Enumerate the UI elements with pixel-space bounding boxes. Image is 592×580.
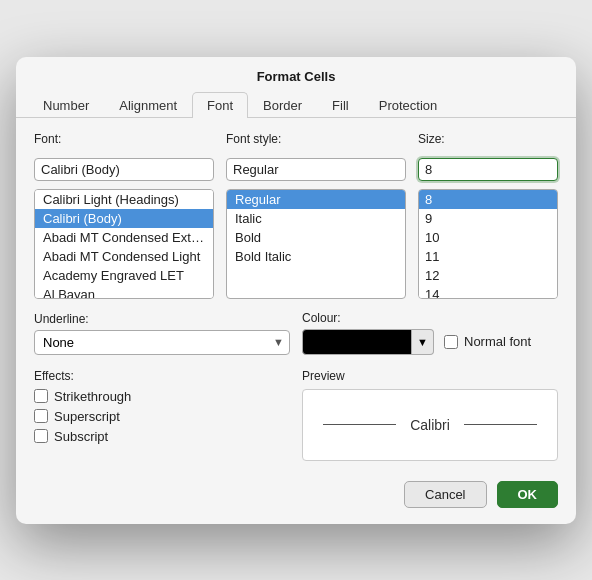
format-cells-dialog: Format Cells Number Alignment Font Borde…: [16, 57, 576, 524]
tab-border[interactable]: Border: [248, 92, 317, 118]
colour-label: Colour:: [302, 311, 558, 325]
colour-field: Colour: ▼ Normal font: [302, 311, 558, 355]
font-list-item[interactable]: Al Bayan: [35, 285, 213, 299]
preview-label: Preview: [302, 369, 558, 383]
dialog-buttons: Cancel OK: [16, 471, 576, 508]
underline-label: Underline:: [34, 312, 290, 326]
normal-font-label-text: Normal font: [464, 334, 531, 349]
font-style-list-item[interactable]: Italic: [227, 209, 405, 228]
colour-dropdown-button[interactable]: ▼: [412, 329, 434, 355]
preview-line-left: [323, 424, 396, 425]
dialog-title: Format Cells: [16, 57, 576, 84]
superscript-text: Superscript: [54, 409, 120, 424]
font-list-item[interactable]: Calibri Light (Headings): [35, 190, 213, 209]
cancel-button[interactable]: Cancel: [404, 481, 486, 508]
colour-swatch-select[interactable]: ▼: [302, 329, 434, 355]
subscript-text: Subscript: [54, 429, 108, 444]
font-style-list-item[interactable]: Regular: [227, 190, 405, 209]
size-list-item[interactable]: 11: [419, 247, 557, 266]
colour-swatch[interactable]: [302, 329, 412, 355]
tab-font-content: Font: Font style: Size: Calibri Light (H…: [16, 118, 576, 471]
font-list-item[interactable]: Academy Engraved LET: [35, 266, 213, 285]
font-input[interactable]: [34, 158, 214, 181]
superscript-label[interactable]: Superscript: [34, 409, 290, 424]
preview-section: Preview Calibri: [302, 369, 558, 461]
font-list[interactable]: Calibri Light (Headings) Calibri (Body) …: [34, 189, 214, 299]
size-list-item[interactable]: 8: [419, 190, 557, 209]
ok-button[interactable]: OK: [497, 481, 559, 508]
size-label: Size:: [418, 132, 558, 146]
tab-fill[interactable]: Fill: [317, 92, 364, 118]
font-label: Font:: [34, 132, 214, 146]
superscript-checkbox[interactable]: [34, 409, 48, 423]
tab-protection[interactable]: Protection: [364, 92, 453, 118]
underline-field: Underline: None ▼: [34, 312, 290, 355]
strikethrough-text: Strikethrough: [54, 389, 131, 404]
subscript-checkbox[interactable]: [34, 429, 48, 443]
strikethrough-label[interactable]: Strikethrough: [34, 389, 290, 404]
preview-text: Calibri: [406, 417, 454, 433]
size-list-item[interactable]: 9: [419, 209, 557, 228]
effects-preview-row: Effects: Strikethrough Superscript Subsc…: [34, 369, 558, 461]
font-style-list-item[interactable]: Bold Italic: [227, 247, 405, 266]
font-style-list-item[interactable]: Bold: [227, 228, 405, 247]
font-style-label: Font style:: [226, 132, 406, 146]
size-list[interactable]: 8 9 10 11 12 14: [418, 189, 558, 299]
field-labels-row: Font: Font style: Size:: [34, 132, 558, 150]
size-list-item[interactable]: 12: [419, 266, 557, 285]
size-list-item[interactable]: 14: [419, 285, 557, 299]
tabs-bar: Number Alignment Font Border Fill Protec…: [16, 84, 576, 118]
subscript-label[interactable]: Subscript: [34, 429, 290, 444]
colour-row: ▼ Normal font: [302, 329, 558, 355]
listboxes-row: Calibri Light (Headings) Calibri (Body) …: [34, 189, 558, 299]
underline-select[interactable]: None: [34, 330, 290, 355]
chevron-down-icon: ▼: [417, 336, 428, 348]
size-list-item[interactable]: 10: [419, 228, 557, 247]
font-list-item[interactable]: Abadi MT Condensed Light: [35, 247, 213, 266]
tab-font[interactable]: Font: [192, 92, 248, 118]
font-style-list[interactable]: Regular Italic Bold Bold Italic: [226, 189, 406, 299]
tab-alignment[interactable]: Alignment: [104, 92, 192, 118]
preview-line-right: [464, 424, 537, 425]
underline-select-wrapper: None ▼: [34, 330, 290, 355]
font-list-item[interactable]: Calibri (Body): [35, 209, 213, 228]
underline-colour-row: Underline: None ▼ Colour: ▼: [34, 311, 558, 355]
size-input[interactable]: [418, 158, 558, 181]
effects-label: Effects:: [34, 369, 290, 383]
inputs-row: [34, 158, 558, 181]
tab-number[interactable]: Number: [28, 92, 104, 118]
normal-font-checkbox-label[interactable]: Normal font: [444, 334, 531, 349]
effects-section: Effects: Strikethrough Superscript Subsc…: [34, 369, 290, 449]
strikethrough-checkbox[interactable]: [34, 389, 48, 403]
font-style-input[interactable]: [226, 158, 406, 181]
font-list-item[interactable]: Abadi MT Condensed Extra Bold: [35, 228, 213, 247]
preview-box: Calibri: [302, 389, 558, 461]
normal-font-checkbox[interactable]: [444, 335, 458, 349]
